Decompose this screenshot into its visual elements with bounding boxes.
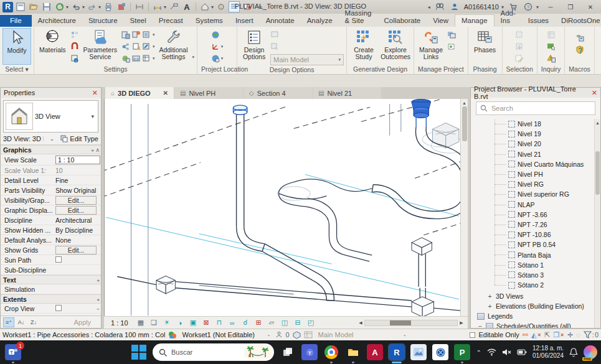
exclude-options-icon[interactable]: ◭✕ [531, 331, 541, 339]
ribbon-tab[interactable]: Manage [455, 14, 495, 27]
press-drag-icon[interactable]: ⇱ [544, 331, 550, 339]
phases-button[interactable]: Phases [471, 28, 499, 65]
file-tab-icon[interactable] [15, 1, 26, 12]
panel-select-label[interactable]: Select ▾ [0, 65, 34, 74]
tree-item-level[interactable]: Nivel 21 [473, 149, 594, 159]
tree-item-level[interactable]: Nivel PH [473, 169, 594, 179]
property-row[interactable]: Visibility/Grap... Edit... [1, 195, 101, 205]
transfer-project-standards-icon[interactable] [132, 30, 141, 40]
ribbon-tab[interactable]: Issues [522, 15, 555, 27]
default-3d-view-icon[interactable] [199, 1, 211, 12]
start-button[interactable] [131, 344, 147, 360]
ribbon-tab[interactable]: Analyze [301, 15, 339, 27]
create-study-button[interactable]: Create Study [349, 28, 378, 65]
tree-item-level[interactable]: Nivel RG [473, 179, 594, 189]
shadows-icon[interactable]: ◑ [176, 318, 185, 328]
collapse-icon[interactable]: − [477, 322, 483, 328]
ribbon-tab[interactable]: DiRootsOne [555, 15, 601, 27]
view-tab-nivel-21[interactable]: ▤ Nivel 21 [313, 87, 381, 99]
tree-node-schedules[interactable]: − Schedules/Quantities (all) [473, 321, 594, 328]
property-row[interactable]: Discipline Architectural [1, 215, 101, 225]
type-selector-dropdown-icon[interactable]: ▾ [87, 113, 98, 119]
temporary-hide-isolate-icon[interactable]: ∞ [228, 318, 237, 328]
design-options-status-icon[interactable] [293, 331, 301, 339]
highlight-displacement-sets-icon[interactable]: ◫ [280, 318, 290, 328]
manage-images-icon[interactable] [447, 30, 456, 40]
view-tab-3d-diego[interactable]: ⌂ 3D DIEGO ✕ [105, 87, 174, 99]
filter-icon[interactable]: :0 [584, 331, 599, 338]
autocad-icon[interactable]: A [367, 344, 383, 360]
visibility-edit-button[interactable]: Edit... [55, 196, 97, 205]
dimension-dropdown-icon[interactable]: ▾ [164, 4, 166, 10]
project-parameters-icon[interactable] [121, 30, 130, 40]
ribbon-tab[interactable]: Precast [153, 15, 189, 27]
manage-links-button[interactable]: Manage Links [417, 28, 445, 65]
reveal-constraints-icon[interactable]: ⊟ [293, 318, 303, 328]
undo-dropdown-icon[interactable]: ▾ [82, 4, 85, 10]
ribbon-tab[interactable]: Massing & Site [339, 7, 378, 27]
transfer-icon[interactable] [116, 1, 127, 12]
project-units-icon[interactable]: 0.0 [132, 54, 141, 63]
global-parameters-icon[interactable] [121, 54, 130, 63]
graphic-display-edit-button[interactable]: Edit... [55, 206, 97, 215]
macro-manager-icon[interactable] [575, 33, 584, 43]
save-icon[interactable] [41, 1, 52, 12]
tree-node-legends[interactable]: Legends [473, 311, 594, 321]
tree-item-level[interactable]: NPT PB 0.54 [473, 240, 594, 250]
clock[interactable]: 12:18 a. m. 01/06/2024 [532, 345, 564, 360]
ribbon-tab[interactable]: Add-Ins [495, 7, 522, 27]
section-text[interactable]: Text⁎ [1, 275, 101, 284]
user-icon[interactable] [449, 1, 460, 12]
search-icon[interactable] [434, 1, 445, 12]
property-row[interactable]: Show Grids Edit... [1, 245, 101, 255]
additional-settings-dropdown-icon[interactable]: ▾ [192, 55, 195, 60]
tree-item-level[interactable]: NPT -10.86 [473, 230, 594, 240]
unlocked-3d-view-icon[interactable]: ⊓ [215, 318, 224, 328]
measure-icon[interactable] [134, 1, 145, 12]
tree-item-level[interactable]: Planta Baja [473, 250, 594, 259]
revit-app-icon[interactable]: R [2, 2, 13, 12]
panel-schedule-templates-icon[interactable]: ▾ [143, 54, 155, 63]
sort-by-group-button[interactable]: ≡⁺ [3, 317, 14, 327]
property-row[interactable]: Detail Level Fine [1, 175, 101, 185]
canvas-vertical-scrollbar[interactable]: ▲ [460, 99, 468, 316]
tree-item-level[interactable]: NPT -7.26 [473, 220, 594, 230]
sort-descending-button[interactable]: Z↓ [28, 317, 39, 327]
ribbon-tab[interactable]: View [427, 15, 455, 27]
view-scale-input[interactable]: 1 : 10 [55, 156, 100, 164]
parameters-service-button[interactable]: Parameters Service [81, 28, 120, 65]
close-button[interactable]: ✕ [582, 1, 599, 12]
property-row[interactable]: Crop View ⌄ [1, 304, 101, 314]
sun-path-icon[interactable]: ☀ [163, 318, 172, 328]
project-information-icon[interactable]: i [70, 54, 79, 63]
design-options-button[interactable]: Design Options [240, 28, 268, 65]
tree-item-level[interactable]: NLAP [473, 200, 594, 210]
exclude-links-icon[interactable]: ❒✕ [553, 331, 564, 339]
tree-item-level[interactable]: Nivel 19 [473, 129, 594, 139]
section-icon[interactable] [215, 1, 227, 12]
active-design-option-select[interactable]: Main Model⌄ [316, 330, 409, 340]
edit-type-button[interactable]: Edit Type [60, 135, 98, 142]
property-row[interactable]: Default Analys... None [1, 235, 101, 245]
ribbon-tab[interactable]: Annotate [260, 15, 301, 27]
browser-scrollbar[interactable]: ▲ [594, 119, 600, 328]
help-icon[interactable]: ? [523, 1, 534, 12]
snaps-icon[interactable] [70, 42, 79, 52]
tree-item-level[interactable]: NPT -3.66 [473, 210, 594, 220]
instance-dropdown-icon[interactable]: ⌄ [46, 136, 59, 142]
close-view-tab-icon[interactable]: ✕ [163, 90, 168, 96]
explore-outcomes-button[interactable]: Explore Outcomes [380, 28, 411, 65]
teams-icon[interactable]: T 1 [5, 344, 21, 360]
photos-icon[interactable] [410, 344, 427, 360]
edit-selection-icon[interactable] [515, 54, 524, 63]
3d-view-dropdown-icon[interactable]: ▾ [211, 4, 214, 10]
print-icon[interactable] [103, 1, 114, 12]
tree-item-level[interactable]: Nivel 18 [473, 119, 594, 129]
3d-viewport[interactable] [105, 99, 460, 316]
show-grids-edit-button[interactable]: Edit... [55, 246, 97, 254]
ribbon-tab[interactable]: Insert [229, 15, 260, 27]
decal-types-icon[interactable] [447, 42, 456, 52]
expand-icon[interactable]: + [487, 302, 493, 310]
reveal-hidden-elements-icon[interactable]: ☌ [241, 318, 250, 328]
section-extents[interactable]: Extents⁎ [1, 294, 101, 304]
